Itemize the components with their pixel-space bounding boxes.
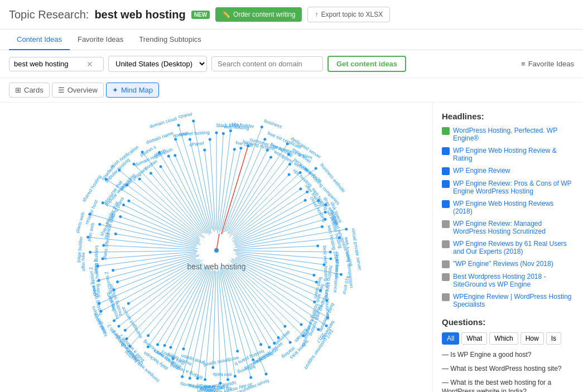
question-item[interactable]: — What is the best web hosting for a Wor…	[442, 378, 574, 392]
svg-line-222	[114, 258, 195, 289]
svg-text:reseller host: reseller host	[84, 199, 99, 225]
view-toggles: ⊞ Cards ☰ Overview ✦ Mind Map	[0, 78, 583, 103]
svg-point-43	[298, 171, 301, 174]
mindmap-area[interactable]: .spoke { stroke: #6ab4e8; stroke-width: …	[0, 103, 432, 392]
svg-point-166	[204, 378, 206, 381]
svg-point-250	[114, 233, 117, 235]
svg-point-196	[147, 334, 150, 337]
tab-trending-subtopics[interactable]: Trending Subtopics	[131, 30, 209, 50]
headline-item[interactable]: WPEngine Review | WordPress Hosting Spec…	[442, 293, 574, 308]
svg-line-300	[175, 155, 209, 235]
headline-text: WPEngine Review | WordPress Hosting Spec…	[453, 293, 574, 308]
question-filter-all[interactable]: All	[442, 332, 459, 345]
svg-line-183	[170, 268, 208, 347]
svg-point-241	[89, 250, 91, 253]
view-mindmap-button[interactable]: ✦ Mind Map	[106, 83, 159, 98]
svg-line-282	[133, 164, 204, 238]
svg-point-76	[338, 236, 340, 239]
headline-item[interactable]: WP Engine Review: Pros & Cons of WP Engi…	[442, 180, 574, 195]
headline-item[interactable]: WP Engine Web Hosting Review & Rating	[442, 147, 574, 162]
headline-text: WP Engine Web Hosting Review & Rating	[453, 147, 574, 162]
svg-text:cpanel: cpanel	[177, 111, 192, 119]
site-favicon	[442, 273, 450, 281]
svg-point-88	[322, 263, 325, 266]
question-filter-is[interactable]: Is	[546, 332, 561, 345]
headline-item[interactable]: WordPress Hosting, Perfected. WP Engine®	[442, 127, 574, 142]
headline-text: WP Engine Review: Managed WordPress Host…	[453, 220, 574, 235]
svg-text:shared hosting: shared hosting	[80, 173, 102, 203]
svg-point-139	[259, 343, 262, 346]
svg-point-160	[219, 381, 221, 384]
site-favicon	[442, 180, 450, 188]
headline-item[interactable]: WP Engine Web Hosting Reviews (2018)	[442, 200, 574, 215]
svg-point-214	[127, 302, 129, 304]
headline-item[interactable]: WP Engine Reviews by 61 Real Users and O…	[442, 240, 574, 255]
svg-text:cpanel hosting: cpanel hosting	[179, 129, 210, 137]
page-title-static: Topic Research:	[9, 8, 89, 21]
svg-point-130	[277, 336, 280, 339]
site-favicon	[442, 200, 450, 208]
tab-favorite-ideas[interactable]: Favorite Ideas	[70, 30, 131, 50]
svg-point-121	[302, 334, 305, 337]
export-button[interactable]: ↑ Export topic to XLSX	[307, 7, 390, 22]
svg-line-291	[161, 166, 205, 233]
svg-line-126	[230, 267, 290, 342]
headline-text: "WP Engine" Reviews (Nov 2018)	[453, 260, 553, 268]
svg-text:domain cloud: domain cloud	[148, 115, 177, 129]
headline-item[interactable]: WP Engine Review: Managed WordPress Host…	[442, 220, 574, 235]
svg-point-7	[229, 129, 232, 132]
svg-point-316	[203, 148, 206, 151]
svg-point-259	[119, 215, 122, 218]
svg-point-136	[268, 346, 271, 349]
question-item[interactable]: — Is WP Engine a good host?	[442, 350, 574, 360]
svg-point-154	[233, 375, 236, 378]
svg-point-25	[266, 148, 268, 151]
view-cards-button[interactable]: ⊞ Cards	[9, 83, 50, 98]
svg-point-208	[117, 325, 120, 327]
svg-line-243	[103, 245, 195, 249]
svg-text:410 error: 410 error	[341, 275, 350, 295]
svg-line-279	[139, 178, 203, 237]
question-filter-which[interactable]: Which	[489, 332, 518, 345]
svg-point-106	[313, 300, 316, 303]
svg-point-22	[263, 138, 266, 141]
view-overview-button[interactable]: ☰ Overview	[52, 83, 104, 98]
svg-point-157	[226, 378, 229, 381]
right-panel: Headlines: WordPress Hosting, Perfected.…	[432, 103, 583, 392]
svg-line-225	[117, 256, 199, 282]
headline-item[interactable]: "WP Engine" Reviews (Nov 2018)	[442, 260, 574, 268]
get-ideas-button[interactable]: Get content ideas	[327, 56, 406, 72]
order-content-button[interactable]: ✏️ Order content writing	[215, 7, 302, 22]
svg-text:online presence: online presence	[333, 259, 340, 293]
site-favicon	[442, 127, 450, 135]
question-filter-how[interactable]: How	[521, 332, 544, 345]
svg-line-120	[232, 265, 303, 335]
tab-content-ideas[interactable]: Content Ideas	[9, 30, 70, 50]
question-item[interactable]: — What is best WordPress hosting site?	[442, 364, 574, 374]
location-select[interactable]: United States (Desktop)	[108, 56, 207, 72]
svg-point-19	[260, 125, 263, 128]
svg-line-108	[232, 259, 327, 317]
headlines-title: Headlines:	[442, 112, 574, 121]
svg-line-294	[159, 152, 206, 234]
svg-point-67	[324, 217, 326, 220]
svg-line-267	[128, 201, 199, 241]
svg-point-112	[325, 324, 327, 327]
headline-text: WP Engine Reviews by 61 Real Users and O…	[453, 240, 574, 255]
svg-line-60	[234, 205, 325, 243]
svg-point-187	[163, 343, 166, 346]
keyword-input[interactable]	[14, 60, 86, 68]
grid-icon: ⊞	[15, 86, 21, 94]
svg-text:business: business	[263, 118, 282, 129]
headline-item[interactable]: WP Engine Review	[442, 167, 574, 175]
domain-search-input[interactable]	[211, 56, 323, 71]
svg-point-301	[174, 154, 176, 157]
mindmap-svg: .spoke { stroke: #6ab4e8; stroke-width: …	[27, 107, 406, 393]
question-filter-what[interactable]: What	[461, 332, 487, 345]
favorite-ideas-link[interactable]: ≡ Favorite Ideas	[521, 60, 574, 68]
svg-point-49	[299, 187, 302, 190]
svg-text:wordpress speed: wordpress speed	[203, 355, 240, 368]
svg-point-127	[288, 341, 291, 343]
clear-icon[interactable]: ✕	[86, 60, 93, 69]
headline-item[interactable]: Best Wordpress Hosting 2018 - SiteGround…	[442, 273, 574, 288]
